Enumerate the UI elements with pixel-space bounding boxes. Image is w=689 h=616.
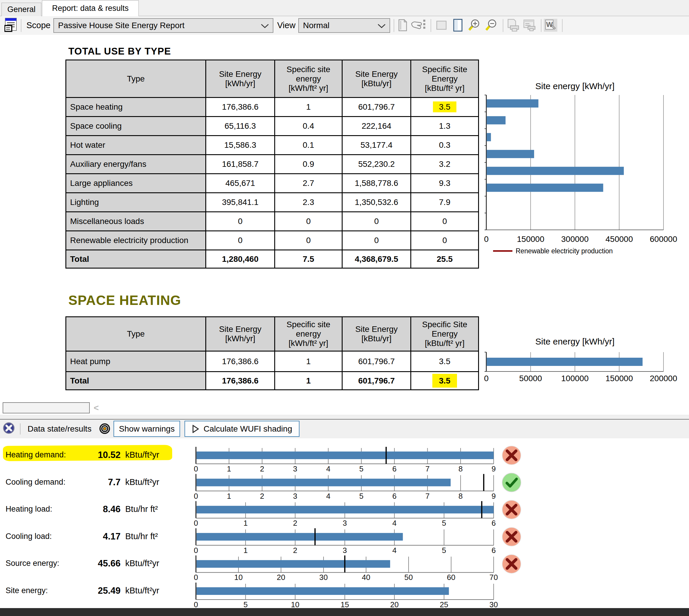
table-row: Heat pump176,386.61601,796.73.5 [66, 351, 479, 372]
gauge-tick-label: 3 [343, 519, 347, 527]
table-row: Renewable electricity production0000 [66, 231, 479, 250]
column-header: Site Energy [kWh/yr] [206, 317, 275, 351]
value-cell: 0.9 [275, 155, 342, 174]
status-fail-icon [502, 527, 521, 546]
table-row: Large appliances465,6712.71,588,778.69.3 [66, 174, 479, 193]
value-cell: 0 [342, 231, 411, 250]
column-header: Type [66, 317, 206, 351]
bar [487, 167, 624, 175]
gauge-tick-label: 2 [260, 464, 264, 473]
gauge-tick-label: 5 [442, 546, 446, 555]
gauge-tick-label: 8 [458, 464, 462, 473]
column-header: Type [66, 60, 206, 97]
gauge-tick-label: 60 [447, 573, 455, 582]
gauge-tick-label: 1 [243, 519, 247, 527]
gauge-tick-label: 5 [359, 492, 363, 501]
gauge-tick-label: 20 [277, 573, 285, 582]
table-total-row: Total1,280,4607.54,368,679.525.5 [66, 250, 479, 268]
gauge-tick-label: 0 [194, 600, 198, 609]
table-row: Miscellaneous loads0000 [66, 212, 479, 231]
gauge-tick-label: 5 [442, 519, 446, 527]
gauge: 0123456789 [194, 474, 496, 501]
gauge-tick-label: 40 [362, 573, 370, 582]
gauge-tick-label: 0 [194, 464, 198, 473]
value-cell: 1 [275, 97, 342, 117]
value-cell: 1,280,460 [206, 250, 275, 268]
collapse-left-icon[interactable]: < [92, 402, 101, 413]
gauge-tick-label: 8 [458, 492, 462, 501]
column-header: Specific site energy [kWh/ft² yr] [275, 60, 342, 97]
value-cell: 176,386.6 [206, 372, 275, 390]
gauge-tick-label: 7 [425, 492, 429, 501]
row-label-cell: Total [66, 250, 206, 268]
gauge: 0123456789 [194, 447, 496, 473]
gauge-tick-label: 5 [243, 600, 247, 609]
gauge-tick-label: 1 [243, 546, 247, 555]
gauge-bar [196, 479, 451, 486]
gauge-tick-label: 0 [194, 492, 198, 501]
status-fail-icon [502, 446, 521, 465]
gauge-tick-label: 6 [392, 492, 396, 501]
x-tick-label: 0 [484, 235, 489, 244]
legend-label: Renewable electricity production [516, 247, 613, 255]
value-cell: 0.1 [275, 136, 342, 155]
gauge-tick-label: 6 [392, 464, 396, 473]
gauge-bar [196, 452, 494, 459]
gauge-tick-label: 20 [390, 600, 399, 609]
status-pass-icon [502, 473, 521, 492]
table-row: Space heating176,386.61601,796.73.5 [66, 97, 479, 117]
x-tick-label: 600000 [650, 235, 677, 244]
gauge: 010203040506070 [194, 555, 498, 582]
section-title-total-use: TOTAL USE BY TYPE [68, 46, 171, 57]
panel-splitter[interactable] [0, 415, 689, 419]
row-label-cell: Auxiliary energy/fans [66, 155, 206, 174]
x-tick-label: 200000 [650, 374, 677, 383]
bar [487, 183, 603, 192]
bar [487, 133, 491, 141]
gauge-bar [196, 533, 403, 541]
x-tick-label: 150000 [517, 235, 544, 244]
x-tick-label: 0 [484, 374, 489, 383]
value-cell: 161,858.7 [206, 155, 275, 174]
metrics-gauges: 0123456789012345678901234560123456010203… [0, 420, 689, 609]
gauge-tick-label: 2 [293, 519, 297, 527]
site-energy-chart-total: Site energy [kWh/yr]01500003000004500006… [466, 75, 689, 262]
table-row: Space cooling65,116.30.4222,1641.3 [66, 117, 479, 136]
chart-title: Site energy [kWh/yr] [535, 336, 615, 346]
table-row: Auxiliary energy/fans161,858.70.9552,230… [66, 155, 479, 174]
status-fail-icon [502, 554, 521, 573]
tab-report-data-results[interactable]: Report: data & results [42, 0, 139, 16]
gauge-tick-label: 10 [291, 600, 300, 609]
table-row: Lighting395,841.12.31,350,532.67.9 [66, 193, 479, 212]
value-cell: 2.3 [275, 193, 342, 212]
gauge-bar [196, 506, 494, 513]
value-cell: 222,164 [342, 117, 411, 136]
table-row: Hot water15,586.30.153,177.40.3 [66, 136, 479, 155]
table-total-row: Total176,386.61601,796.73.5 [66, 372, 479, 390]
row-label-cell: Total [66, 372, 206, 390]
section-title-space-heating: SPACE HEATING [68, 292, 181, 308]
x-tick-label: 450000 [605, 235, 633, 244]
row-label-cell: Heat pump [66, 351, 206, 372]
gauge: 051015202530 [194, 582, 498, 609]
row-label-cell: Lighting [66, 193, 206, 212]
value-cell: 0 [342, 212, 411, 231]
value-cell: 601,796.7 [342, 372, 411, 390]
value-cell: 552,230.2 [342, 155, 411, 174]
report-nav-input[interactable] [3, 402, 90, 413]
gauge-tick-label: 10 [234, 573, 243, 582]
value-cell: 7.5 [275, 250, 342, 268]
metrics-list: Heating demand:10.52kBtu/ft²yrCooling de… [0, 420, 689, 609]
x-tick-label: 50000 [519, 374, 542, 383]
chart-title: Site energy [kWh/yr] [535, 81, 615, 91]
value-cell: 53,177.4 [342, 136, 411, 155]
gauge-tick-label: 4 [326, 464, 330, 473]
bar [487, 358, 643, 366]
gauge: 0123456 [194, 501, 496, 527]
x-tick-label: 300000 [561, 235, 588, 244]
gauge-tick-label: 9 [492, 464, 496, 473]
value-cell: 0.4 [275, 117, 342, 136]
gauge-tick-label: 2 [260, 492, 264, 501]
value-cell: 1 [275, 351, 342, 372]
row-label-cell: Renewable electricity production [66, 231, 206, 250]
